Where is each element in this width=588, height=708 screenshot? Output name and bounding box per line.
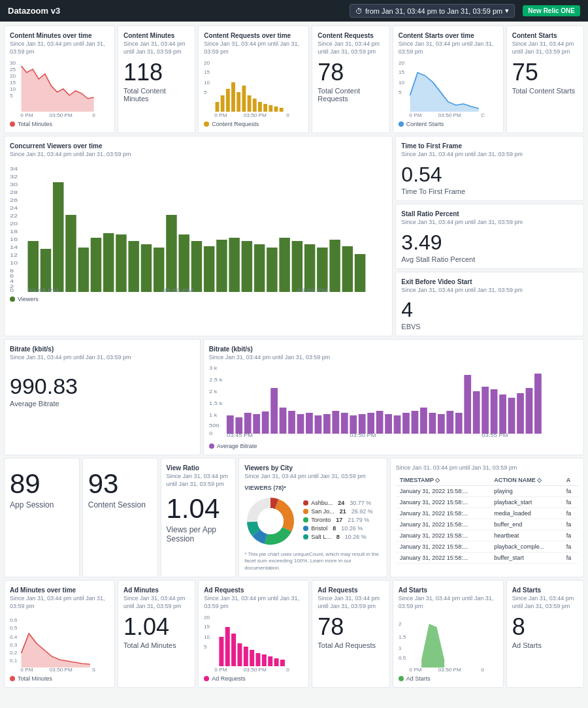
- svg-text:15: 15: [204, 624, 210, 630]
- svg-rect-62: [103, 233, 114, 292]
- svg-rect-100: [288, 411, 295, 434]
- card-content-requests-num: Content Requests Since Jan 31, 03:44 pm …: [312, 25, 389, 133]
- svg-rect-117: [438, 414, 445, 434]
- svg-rect-69: [191, 241, 202, 292]
- svg-text:28: 28: [10, 189, 18, 195]
- svg-text:18: 18: [10, 229, 18, 234]
- svg-rect-58: [53, 182, 63, 292]
- svg-rect-93: [227, 415, 234, 434]
- cell-action: playing: [490, 485, 562, 496]
- legend-label: Content Requests: [212, 121, 259, 127]
- svg-rect-95: [244, 413, 252, 434]
- card-subtitle: Since Jan 31, 03:44 pm until Jan 31, 03:…: [318, 40, 384, 56]
- svg-text:32: 32: [10, 174, 18, 180]
- col-action: ACTION NAME ◇: [490, 475, 562, 486]
- svg-text:0: 0: [10, 287, 14, 293]
- svg-text:03:50 PM: 03:50 PM: [163, 287, 193, 293]
- row2-right-panel: Time to First Frame Since Jan 31, 03:44 …: [395, 136, 584, 336]
- card-title: Bitrate (kbit/s): [10, 345, 195, 353]
- legend-dot: [10, 297, 15, 302]
- svg-text:03:45 PM: 03:45 PM: [27, 287, 58, 293]
- svg-rect-161: [269, 656, 273, 666]
- card-subtitle: Since Jan 31, 03:44 pm until Jan 31, 03:…: [204, 595, 303, 610]
- cell-action: heartbeat: [490, 530, 562, 541]
- time-range-pill[interactable]: ⏱ from Jan 31, 03:44 pm to Jan 31, 03:59…: [350, 4, 515, 18]
- card-subtitle: Since Jan 31, 03:44 pm until Jan 31, 03:…: [209, 354, 578, 362]
- svg-text:2: 2: [399, 622, 402, 627]
- svg-rect-75: [267, 248, 277, 292]
- card-title: Viewers by City: [244, 464, 381, 472]
- svg-rect-57: [41, 249, 51, 292]
- legend-dot: [303, 526, 308, 531]
- city-count: 24: [338, 500, 344, 506]
- svg-text:0 PM: 0 PM: [20, 113, 33, 118]
- legend-item-ashbu: Ashbu... 24 30.77 %: [303, 500, 373, 506]
- card-subtitle: Since Jan 31, 03:44 pm until Jan 31, 03:…: [123, 595, 189, 610]
- card-title: Content Minutes over time: [10, 31, 109, 40]
- city-name: Ashbu...: [311, 500, 333, 506]
- row-4: 89 App Session 93 Content Session View R…: [4, 458, 584, 577]
- card-title: View Ratio: [167, 464, 231, 472]
- svg-text:5: 5: [204, 645, 207, 650]
- svg-rect-97: [261, 411, 269, 434]
- chart-area: 0.6 0.5 0.4 0.3 0.2 0.1 0 PM 03:50 PM 0: [10, 614, 109, 673]
- svg-rect-163: [280, 660, 285, 666]
- big-number: 4: [401, 299, 578, 320]
- svg-text:20: 20: [10, 74, 16, 79]
- svg-text:0.2: 0.2: [10, 651, 17, 656]
- cell-timestamp: January 31, 2022 15:58:...: [396, 507, 491, 519]
- legend-label: Total Minutes: [18, 121, 52, 127]
- svg-rect-127: [525, 388, 532, 434]
- svg-text:26: 26: [10, 197, 18, 203]
- svg-text:5: 5: [10, 93, 13, 99]
- svg-text:10: 10: [204, 635, 210, 640]
- svg-rect-19: [242, 86, 246, 112]
- svg-rect-67: [166, 215, 176, 292]
- card-title: Content Starts over time: [399, 31, 498, 40]
- col-a: A: [563, 475, 578, 486]
- card-table: Since Jan 31, 03:44 pm until Jan 31, 03:…: [390, 458, 584, 577]
- stat-label: Content Session: [88, 500, 152, 509]
- note-text: * This pie chart uses uniqueCount, which…: [244, 551, 381, 571]
- svg-text:03:50 PM: 03:50 PM: [50, 668, 73, 673]
- svg-rect-160: [262, 654, 267, 666]
- card-subtitle: Since Jan 31, 03:44 pm until Jan 31, 03:…: [318, 595, 384, 610]
- card-subtitle: Since Jan 31, 03:44 pm until Jan 31, 03:…: [396, 464, 578, 472]
- svg-text:1: 1: [399, 646, 402, 651]
- big-number-label: EBVS: [401, 323, 578, 330]
- svg-rect-162: [274, 658, 279, 666]
- big-number: 8: [512, 615, 578, 639]
- card-title: Ad Starts: [399, 586, 498, 594]
- svg-text:0.5: 0.5: [10, 626, 17, 631]
- svg-text:03:50 PM: 03:50 PM: [244, 113, 267, 118]
- svg-rect-120: [464, 375, 471, 434]
- city-pct: 26.92 %: [351, 508, 373, 515]
- chart-area: 20 15 10 5 0 PM 03:50 PM C: [399, 59, 498, 118]
- chart-area: 20 15 10 5: [204, 59, 303, 118]
- cell-a: fa: [563, 541, 578, 552]
- city-pct: 21.79 %: [348, 517, 369, 523]
- big-number-label: Total Ad Requests: [318, 641, 384, 649]
- svg-marker-171: [421, 624, 444, 668]
- card-title: Ad Minutes: [123, 586, 189, 594]
- cell-timestamp: January 31, 2022 15:58:...: [396, 485, 491, 496]
- card-stall-ratio: Stall Ratio Percent Since Jan 31, 03:44 …: [395, 204, 584, 269]
- card-content-starts-num: Content Starts Since Jan 31, 03:44 pm un…: [506, 25, 584, 133]
- svg-rect-74: [254, 244, 265, 292]
- city-name: San Jo...: [311, 508, 335, 515]
- svg-text:16: 16: [10, 236, 18, 242]
- svg-rect-110: [376, 411, 383, 434]
- app-title: Datazoom v3: [8, 6, 60, 16]
- svg-text:12: 12: [10, 252, 18, 258]
- svg-rect-114: [411, 411, 418, 434]
- legend-label: Average Bitrate: [217, 443, 257, 449]
- legend-dot: [303, 517, 308, 523]
- cell-a: fa: [563, 507, 578, 519]
- svg-rect-153: [220, 637, 224, 666]
- svg-text:0: 0: [209, 430, 213, 436]
- svg-text:2.5 k: 2.5 k: [209, 377, 223, 382]
- big-number-label: Time To First Frame: [401, 187, 578, 195]
- svg-text:10: 10: [10, 260, 18, 266]
- legend-item-saltl: Salt L... 8 10.26 %: [303, 534, 373, 540]
- legend-dot: [303, 534, 308, 539]
